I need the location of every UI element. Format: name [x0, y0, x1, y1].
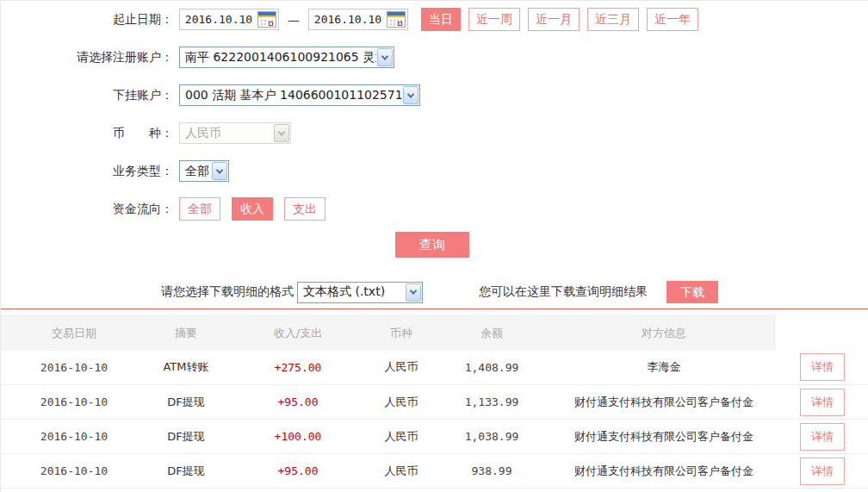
cell-summary: ATM转账 — [147, 351, 225, 385]
cell-amount: +275.00 — [225, 351, 371, 385]
fund-direction-label: 资金流向： — [1, 202, 173, 217]
end-date-value: 2016.10.10 — [309, 13, 387, 26]
download-format-label: 请您选择下载明细的格式 — [161, 284, 294, 300]
register-account-value: 南平 6222001406100921065 灵通卡 — [180, 50, 376, 65]
cell-date: 2016-10-10 — [1, 385, 147, 420]
download-hint: 您可以在这里下载查询明细结果 — [479, 284, 648, 300]
cell-amount: +95.00 — [225, 385, 371, 420]
register-account-label: 请选择注册账户： — [1, 50, 173, 65]
currency-select: 人民币 — [179, 122, 291, 144]
date-range-row: 起止日期： 2016.10.10 — [1, 8, 868, 31]
business-type-select[interactable]: 全部 — [179, 160, 229, 182]
quick-range-buttons: 当日 近一周 近一月 近三月 近一年 — [421, 8, 706, 31]
cell-summary: DF提现 — [147, 385, 225, 420]
detail-button[interactable]: 详情 — [800, 389, 845, 416]
query-button[interactable]: 查询 — [395, 232, 469, 258]
table-header-cell: 余额 — [431, 316, 552, 351]
download-format-value: 文本格式 (.txt) — [298, 284, 405, 300]
register-account-select[interactable]: 南平 6222001406100921065 灵通卡 — [179, 47, 394, 68]
results-table: 交易日期 摘要 收入/支出 币种 余额 对方信息 2016-10-10 ATM转… — [1, 315, 868, 489]
detail-button[interactable]: 详情 — [800, 458, 845, 485]
fund-direction-buttons: 全部 收入 支出 — [179, 197, 337, 221]
fund-direction-button[interactable]: 全部 — [179, 197, 220, 221]
chevron-down-icon[interactable] — [212, 162, 227, 180]
calendar-icon[interactable] — [257, 11, 276, 28]
detail-button[interactable]: 详情 — [800, 423, 845, 451]
cell-amount: +95.00 — [225, 454, 371, 489]
sub-account-row: 下挂账户： 000 活期 基本户 1406600101102571848 — [1, 84, 868, 107]
business-type-label: 业务类型： — [1, 164, 173, 179]
calendar-icon[interactable] — [387, 11, 406, 28]
currency-row: 币 种： 人民币 — [1, 121, 868, 145]
cell-currency: 人民币 — [371, 385, 431, 420]
table-header-cell: 币种 — [371, 316, 431, 351]
table-row: 2016-10-10 ATM转账 +275.00 人民币 1,408.99 李海… — [1, 351, 868, 385]
download-button[interactable]: 下载 — [666, 281, 718, 303]
chevron-down-icon[interactable] — [377, 48, 393, 66]
cell-amount: +100.00 — [225, 420, 371, 454]
cell-currency: 人民币 — [371, 420, 431, 454]
fund-direction-button[interactable]: 收入 — [232, 197, 273, 221]
query-form: 起止日期： 2016.10.10 — [1, 1, 868, 221]
chevron-down-icon — [274, 124, 289, 142]
cell-date: 2016-10-10 — [1, 351, 147, 385]
table-header-cell: 摘要 — [147, 316, 225, 351]
quick-range-button[interactable]: 近一周 — [468, 8, 520, 31]
table-body: 2016-10-10 ATM转账 +275.00 人民币 1,408.99 李海… — [1, 351, 868, 489]
currency-label: 币 种： — [1, 126, 173, 141]
cell-balance: 938.99 — [431, 454, 552, 489]
date-range-label: 起止日期： — [1, 12, 173, 28]
cell-summary: DF提现 — [147, 420, 225, 454]
cell-date: 2016-10-10 — [1, 420, 147, 454]
cell-counterparty: 财付通支付科技有限公司客户备付金 — [552, 420, 776, 454]
cell-currency: 人民币 — [371, 351, 431, 385]
download-format-select[interactable]: 文本格式 (.txt) — [297, 282, 423, 303]
date-range-dash: — — [288, 13, 300, 27]
start-date-value: 2016.10.10 — [180, 13, 257, 26]
fund-direction-button[interactable]: 支出 — [284, 197, 326, 221]
end-date-input[interactable]: 2016.10.10 — [308, 9, 408, 30]
cell-balance: 1,038.99 — [431, 420, 552, 454]
cell-counterparty: 财付通支付科技有限公司客户备付金 — [552, 454, 776, 489]
table-header-cell: 收入/支出 — [225, 316, 371, 351]
cell-counterparty: 李海金 — [552, 351, 776, 385]
cell-currency: 人民币 — [371, 454, 431, 489]
red-divider — [1, 308, 868, 309]
table-row: 2016-10-10 DF提现 +95.00 人民币 1,133.99 财付通支… — [1, 385, 868, 420]
business-type-value: 全部 — [180, 164, 211, 179]
register-account-row: 请选择注册账户： 南平 6222001406100921065 灵通卡 — [1, 46, 868, 69]
cell-balance: 1,133.99 — [431, 385, 552, 420]
download-row: 请您选择下载明细的格式 文本格式 (.txt) 您可以在这里下载查询明细结果 下… — [1, 281, 868, 303]
cell-balance: 1,408.99 — [431, 351, 552, 385]
sub-account-select[interactable]: 000 活期 基本户 1406600101102571848 — [179, 84, 420, 106]
table-header-row: 交易日期 摘要 收入/支出 币种 余额 对方信息 — [1, 316, 868, 351]
transaction-query-page: 起止日期： 2016.10.10 — [0, 0, 868, 492]
sub-account-label: 下挂账户： — [1, 88, 173, 103]
quick-range-button[interactable]: 当日 — [421, 8, 461, 31]
table-header-cell: 交易日期 — [1, 316, 147, 351]
fund-direction-row: 资金流向： 全部 收入 支出 — [1, 197, 868, 221]
cell-summary: DF提现 — [147, 454, 225, 489]
query-row: 查询 — [1, 232, 868, 258]
cell-date: 2016-10-10 — [1, 454, 147, 489]
quick-range-button[interactable]: 近一年 — [647, 8, 698, 31]
business-type-row: 业务类型： 全部 — [1, 159, 868, 183]
quick-range-button[interactable]: 近一月 — [528, 8, 580, 31]
start-date-input[interactable]: 2016.10.10 — [179, 9, 279, 30]
quick-range-button[interactable]: 近三月 — [587, 8, 639, 31]
cell-counterparty: 财付通支付科技有限公司客户备付金 — [552, 385, 776, 420]
table-header-cell: 对方信息 — [552, 316, 776, 351]
sub-account-value: 000 活期 基本户 1406600101102571848 — [180, 88, 402, 103]
table-row: 2016-10-10 DF提现 +95.00 人民币 938.99 财付通支付科… — [1, 454, 868, 489]
chevron-down-icon[interactable] — [403, 86, 418, 104]
currency-value: 人民币 — [180, 126, 273, 141]
chevron-down-icon[interactable] — [406, 283, 421, 302]
detail-button[interactable]: 详情 — [800, 353, 845, 381]
table-row: 2016-10-10 DF提现 +100.00 人民币 1,038.99 财付通… — [1, 420, 868, 454]
